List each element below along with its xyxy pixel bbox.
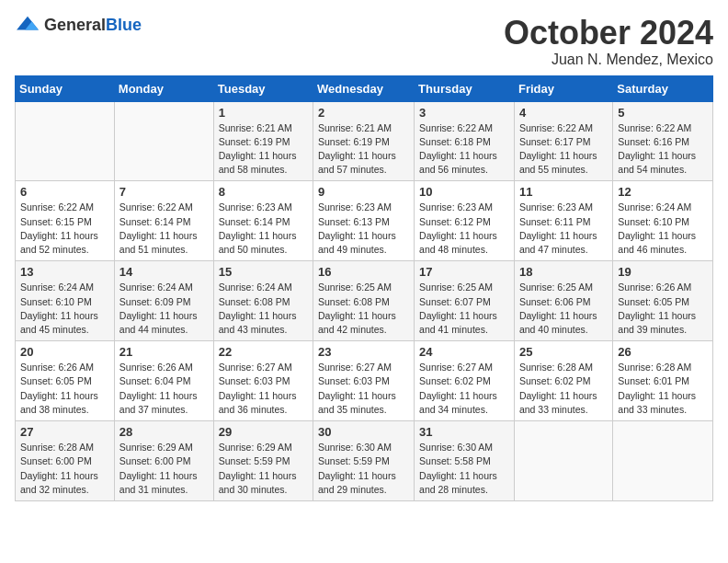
calendar-cell: 30Sunrise: 6:30 AMSunset: 5:59 PMDayligh…: [313, 421, 415, 501]
calendar-cell: [16, 101, 115, 181]
calendar-cell: [514, 421, 612, 501]
day-number: 10: [419, 185, 509, 199]
day-number: 29: [219, 425, 308, 439]
day-info: Sunrise: 6:22 AMSunset: 6:16 PMDaylight:…: [618, 122, 696, 176]
day-info: Sunrise: 6:23 AMSunset: 6:14 PMDaylight:…: [219, 201, 297, 255]
day-number: 27: [20, 425, 109, 439]
day-info: Sunrise: 6:22 AMSunset: 6:14 PMDaylight:…: [119, 201, 198, 255]
day-info: Sunrise: 6:25 AMSunset: 6:08 PMDaylight:…: [318, 282, 396, 335]
calendar-cell: 20Sunrise: 6:26 AMSunset: 6:05 PMDayligh…: [16, 341, 115, 421]
calendar-cell: 12Sunrise: 6:24 AMSunset: 6:10 PMDayligh…: [613, 181, 713, 261]
logo-text: GeneralBlue: [44, 16, 142, 35]
calendar-cell: 21Sunrise: 6:26 AMSunset: 6:04 PMDayligh…: [114, 341, 213, 421]
day-number: 23: [318, 345, 409, 359]
day-number: 31: [419, 425, 509, 439]
day-info: Sunrise: 6:24 AMSunset: 6:10 PMDaylight:…: [20, 282, 98, 335]
day-number: 17: [419, 265, 509, 279]
day-number: 30: [318, 425, 409, 439]
calendar-week-row: 20Sunrise: 6:26 AMSunset: 6:05 PMDayligh…: [16, 341, 713, 421]
day-info: Sunrise: 6:24 AMSunset: 6:10 PMDaylight:…: [618, 201, 696, 255]
day-info: Sunrise: 6:27 AMSunset: 6:03 PMDaylight:…: [219, 362, 297, 415]
day-info: Sunrise: 6:28 AMSunset: 6:00 PMDaylight:…: [20, 442, 98, 495]
calendar-cell: 23Sunrise: 6:27 AMSunset: 6:03 PMDayligh…: [313, 341, 415, 421]
calendar-cell: 28Sunrise: 6:29 AMSunset: 6:00 PMDayligh…: [114, 421, 213, 501]
calendar-cell: [613, 421, 713, 501]
day-info: Sunrise: 6:24 AMSunset: 6:08 PMDaylight:…: [219, 282, 297, 335]
day-number: 12: [618, 185, 708, 199]
day-info: Sunrise: 6:22 AMSunset: 6:15 PMDaylight:…: [20, 201, 98, 255]
day-info: Sunrise: 6:24 AMSunset: 6:09 PMDaylight:…: [119, 282, 198, 335]
calendar-cell: 29Sunrise: 6:29 AMSunset: 5:59 PMDayligh…: [213, 421, 313, 501]
logo-blue: Blue: [106, 16, 142, 34]
day-number: 21: [119, 345, 209, 359]
day-info: Sunrise: 6:23 AMSunset: 6:12 PMDaylight:…: [419, 201, 497, 255]
calendar-cell: 18Sunrise: 6:25 AMSunset: 6:06 PMDayligh…: [514, 261, 612, 341]
calendar-cell: 4Sunrise: 6:22 AMSunset: 6:17 PMDaylight…: [514, 101, 612, 181]
calendar-cell: 25Sunrise: 6:28 AMSunset: 6:02 PMDayligh…: [514, 341, 612, 421]
page-header: GeneralBlue October 2024 Juan N. Mendez,…: [15, 15, 713, 68]
calendar-cell: 26Sunrise: 6:28 AMSunset: 6:01 PMDayligh…: [613, 341, 713, 421]
day-number: 7: [119, 185, 209, 199]
calendar-cell: 16Sunrise: 6:25 AMSunset: 6:08 PMDayligh…: [313, 261, 415, 341]
day-info: Sunrise: 6:25 AMSunset: 6:07 PMDaylight:…: [419, 282, 497, 335]
calendar-cell: 15Sunrise: 6:24 AMSunset: 6:08 PMDayligh…: [213, 261, 313, 341]
logo: GeneralBlue: [15, 15, 142, 35]
day-number: 20: [20, 345, 109, 359]
day-info: Sunrise: 6:26 AMSunset: 6:04 PMDaylight:…: [119, 362, 198, 415]
calendar-cell: 7Sunrise: 6:22 AMSunset: 6:14 PMDaylight…: [114, 181, 213, 261]
weekday-header-thursday: Thursday: [415, 75, 515, 101]
weekday-header-monday: Monday: [114, 75, 213, 101]
day-number: 2: [318, 106, 409, 120]
day-info: Sunrise: 6:28 AMSunset: 6:01 PMDaylight:…: [618, 362, 696, 415]
title-block: October 2024 Juan N. Mendez, Mexico: [504, 15, 713, 68]
day-info: Sunrise: 6:22 AMSunset: 6:17 PMDaylight:…: [519, 122, 597, 176]
calendar-cell: 13Sunrise: 6:24 AMSunset: 6:10 PMDayligh…: [16, 261, 115, 341]
calendar-week-row: 6Sunrise: 6:22 AMSunset: 6:15 PMDaylight…: [16, 181, 713, 261]
calendar-week-row: 1Sunrise: 6:21 AMSunset: 6:19 PMDaylight…: [16, 101, 713, 181]
day-number: 15: [219, 265, 308, 279]
calendar-cell: 10Sunrise: 6:23 AMSunset: 6:12 PMDayligh…: [415, 181, 515, 261]
day-number: 28: [119, 425, 209, 439]
day-number: 1: [219, 106, 308, 120]
day-number: 25: [519, 345, 608, 359]
day-number: 19: [618, 265, 708, 279]
weekday-header-friday: Friday: [514, 75, 612, 101]
day-number: 9: [318, 185, 409, 199]
location-title: Juan N. Mendez, Mexico: [504, 52, 713, 68]
calendar-cell: 11Sunrise: 6:23 AMSunset: 6:11 PMDayligh…: [514, 181, 612, 261]
day-number: 22: [219, 345, 308, 359]
day-info: Sunrise: 6:21 AMSunset: 6:19 PMDaylight:…: [219, 122, 297, 176]
calendar-cell: 9Sunrise: 6:23 AMSunset: 6:13 PMDaylight…: [313, 181, 415, 261]
weekday-header-saturday: Saturday: [613, 75, 713, 101]
calendar-cell: 14Sunrise: 6:24 AMSunset: 6:09 PMDayligh…: [114, 261, 213, 341]
day-info: Sunrise: 6:30 AMSunset: 5:59 PMDaylight:…: [318, 442, 396, 495]
day-info: Sunrise: 6:22 AMSunset: 6:18 PMDaylight:…: [419, 122, 497, 176]
calendar-cell: 2Sunrise: 6:21 AMSunset: 6:19 PMDaylight…: [313, 101, 415, 181]
day-info: Sunrise: 6:23 AMSunset: 6:13 PMDaylight:…: [318, 201, 396, 255]
day-number: 13: [20, 265, 109, 279]
weekday-header-tuesday: Tuesday: [213, 75, 313, 101]
day-info: Sunrise: 6:30 AMSunset: 5:58 PMDaylight:…: [419, 442, 497, 495]
calendar-cell: [114, 101, 213, 181]
calendar-cell: 3Sunrise: 6:22 AMSunset: 6:18 PMDaylight…: [415, 101, 515, 181]
day-number: 24: [419, 345, 509, 359]
calendar-cell: 5Sunrise: 6:22 AMSunset: 6:16 PMDaylight…: [613, 101, 713, 181]
calendar-cell: 6Sunrise: 6:22 AMSunset: 6:15 PMDaylight…: [16, 181, 115, 261]
calendar-cell: 19Sunrise: 6:26 AMSunset: 6:05 PMDayligh…: [613, 261, 713, 341]
day-info: Sunrise: 6:25 AMSunset: 6:06 PMDaylight:…: [519, 282, 597, 335]
calendar-cell: 27Sunrise: 6:28 AMSunset: 6:00 PMDayligh…: [16, 421, 115, 501]
day-number: 5: [618, 106, 708, 120]
day-info: Sunrise: 6:26 AMSunset: 6:05 PMDaylight:…: [20, 362, 98, 415]
day-info: Sunrise: 6:26 AMSunset: 6:05 PMDaylight:…: [618, 282, 696, 335]
weekday-header-wednesday: Wednesday: [313, 75, 415, 101]
day-number: 3: [419, 106, 509, 120]
calendar-week-row: 13Sunrise: 6:24 AMSunset: 6:10 PMDayligh…: [16, 261, 713, 341]
calendar-cell: 17Sunrise: 6:25 AMSunset: 6:07 PMDayligh…: [415, 261, 515, 341]
day-number: 4: [519, 106, 608, 120]
calendar-cell: 1Sunrise: 6:21 AMSunset: 6:19 PMDaylight…: [213, 101, 313, 181]
day-info: Sunrise: 6:21 AMSunset: 6:19 PMDaylight:…: [318, 122, 396, 176]
day-number: 14: [119, 265, 209, 279]
calendar-cell: 31Sunrise: 6:30 AMSunset: 5:58 PMDayligh…: [415, 421, 515, 501]
day-info: Sunrise: 6:23 AMSunset: 6:11 PMDaylight:…: [519, 201, 597, 255]
calendar-cell: 24Sunrise: 6:27 AMSunset: 6:02 PMDayligh…: [415, 341, 515, 421]
